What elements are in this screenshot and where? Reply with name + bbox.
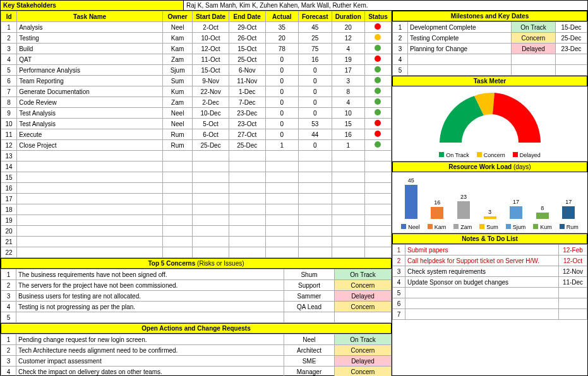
notes-table: 1Submit papers12-Feb2Call helpdesk for S… [392,244,587,320]
table-row[interactable]: 2Testing CompleteConcern25-Dec [393,33,587,44]
status-dot [375,23,381,30]
milestones-table: 1Development CompleteOn Track15-Dec2Test… [392,21,587,76]
table-row[interactable]: 17 [1,194,392,204]
milestones-header: Milestones and Key Dates [392,11,587,21]
table-row[interactable]: 3Customer impact assessmentSMEDelayed [1,356,392,367]
bar: 23 [453,194,474,219]
col-end-date: End Date [229,11,265,22]
table-row[interactable]: 3Planning for ChangeDelayed23-Dec [393,44,587,54]
table-row[interactable]: 1Submit papers12-Feb [393,245,587,256]
status-dot [375,56,381,62]
bar: 3 [480,209,500,219]
bar: 16 [428,199,448,219]
bar: 45 [401,177,421,219]
bar: 17 [558,199,579,219]
table-row[interactable]: 4 [393,54,587,65]
table-row[interactable]: 2The servers for the project have not be… [1,280,392,291]
workload-header: Resource Work Load (days) [392,162,587,172]
table-row[interactable]: 10Test AnalysisNeel5-Oct23-Oct05315 [1,119,392,129]
table-row[interactable]: 1Development CompleteOn Track15-Dec [393,22,587,33]
table-row[interactable]: 18 [1,204,392,215]
notes-header: Notes & To Do List [392,233,587,244]
table-row[interactable]: 2Call helpdesk for Support ticket on Ser… [393,256,587,266]
col-forecast: Forecast [299,11,332,22]
table-row[interactable]: 6Team ReportingSum9-Nov11-Nov003 [1,76,392,86]
table-row[interactable]: 2TestingKam10-Oct26-Oct202512 [1,33,392,44]
col-task-name: Task Name [17,11,163,22]
table-row[interactable]: 1The business requirements have not been… [1,269,392,280]
col-id: Id [1,11,17,22]
table-row[interactable]: 20 [1,226,392,237]
status-dot [375,109,381,115]
table-row[interactable]: 6 [393,298,587,309]
table-row[interactable]: 3Check system requirements12-Nov [393,266,587,277]
table-row[interactable]: 11ExecuteRum6-Oct27-Oct04416 [1,129,392,140]
bar: 8 [532,205,553,219]
actions-table: 1Pending change request for new login sc… [1,334,392,376]
table-row[interactable]: 1AnalysisNeel2-Oct29-Oct354520 [1,22,392,33]
table-row[interactable]: 9Test AnalysisNeel10-Dec23-Dec0010 [1,108,392,119]
table-row[interactable]: 7Generate DocumentationKum22-Nov1-Dec008 [1,86,392,97]
gauge-chart: On TrackConcernDelayed [392,86,587,162]
stakeholders-value: Raj K, Sam Manh, Kim K, Zuhen Kahen, Mar… [184,1,587,10]
col-start-date: Start Date [193,11,229,22]
task-table: IdTask NameOwnerStart DateEnd DateActual… [1,11,392,258]
col-duration: Duration [332,11,364,22]
col-status: Status [364,11,391,22]
table-row[interactable]: 4Update Sponsor on budget changes11-Dec [393,277,587,288]
table-row[interactable]: 8Code ReviewZam2-Dec7-Dec004 [1,97,392,108]
status-dot [375,77,381,83]
table-row[interactable]: 5Performance AnalysisSjum15-Oct6-Nov0017 [1,65,392,76]
table-row[interactable]: 13 [1,151,392,162]
dashboard: Key Stakeholders Raj K, Sam Manh, Kim K,… [0,0,588,376]
table-row[interactable]: 4Check the impact on delivery dates on o… [1,367,392,377]
table-row[interactable]: 5 [393,288,587,298]
table-row[interactable]: 1Pending change request for new login sc… [1,334,392,345]
status-dot [375,120,381,126]
bar: 17 [506,199,526,219]
table-row[interactable]: 12Close ProjectRum25-Dec25-Dec101 [1,140,392,151]
status-dot [375,45,381,51]
table-row[interactable]: 4QATZam11-Oct25-Oct01619 [1,54,392,65]
table-row[interactable]: 5 [393,65,587,76]
concerns-header: Top 5 Concerns (Risks or Issues) [1,258,392,269]
status-dot [375,131,381,137]
status-dot [375,141,381,148]
table-row[interactable]: 5 [1,312,392,323]
status-dot [375,34,381,40]
table-row[interactable]: 3BuildKam12-Oct15-Oct78754 [1,44,392,54]
stakeholders-row: Key Stakeholders Raj K, Sam Manh, Kim K,… [1,1,587,11]
status-dot [375,98,381,105]
table-row[interactable]: 15 [1,172,392,183]
actions-header: Open Actions and Change Requests [1,323,392,334]
table-row[interactable]: 7 [393,309,587,320]
table-row[interactable]: 14 [1,162,392,172]
table-row[interactable]: 4Testing is not progressing as per the p… [1,302,392,312]
table-row[interactable]: 22 [1,247,392,258]
table-row[interactable]: 3Business users for testing are not allo… [1,291,392,302]
taskmeter-header: Task Meter [392,76,587,86]
status-dot [375,66,381,73]
workload-chart: 451623317817 NeelKamZamSumSjumKumRum [392,172,587,233]
status-dot [375,88,381,94]
table-row[interactable]: 19 [1,215,392,226]
concerns-table: 1The business requirements have not been… [1,269,392,323]
table-row[interactable]: 2Tech Architecture needs alignment need … [1,345,392,356]
table-row[interactable]: 16 [1,183,392,194]
stakeholders-label: Key Stakeholders [1,1,184,10]
col-actual: Actual [265,11,298,22]
table-row[interactable]: 21 [1,237,392,247]
col-owner: Owner [163,11,193,22]
